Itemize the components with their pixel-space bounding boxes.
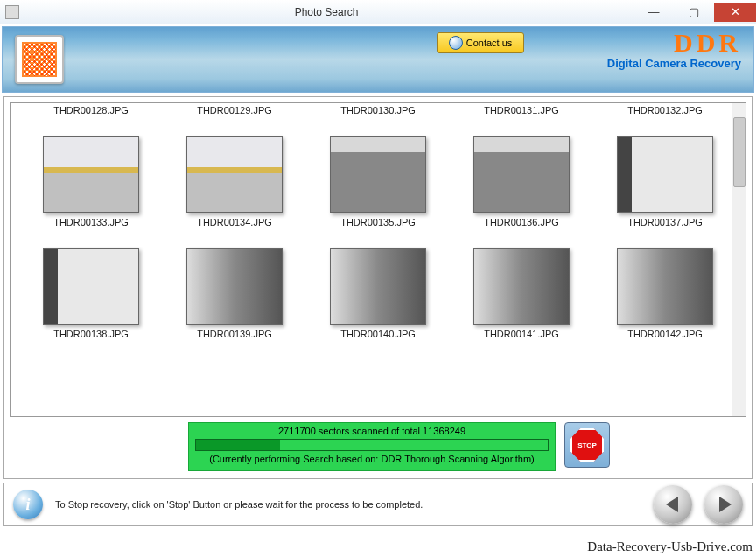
thumbnail-item[interactable]: THDR00140.JPG [306, 231, 450, 343]
minimize-button[interactable]: — [634, 3, 674, 22]
window-title: Photo Search [19, 6, 634, 18]
stop-icon: STOP [570, 428, 604, 462]
thumbnail-icon [43, 136, 139, 213]
brand-block: DDR Digital Camera Recovery [607, 31, 741, 70]
info-icon: i [13, 490, 43, 519]
thumb-label: THDR00128.JPG [19, 105, 163, 119]
contact-us-button[interactable]: Contact us [437, 32, 524, 53]
watermark: Data-Recovery-Usb-Drive.com [587, 539, 752, 554]
scrollbar[interactable] [732, 103, 746, 416]
brand-logo-text: DDR [607, 31, 741, 55]
thumbnail-item[interactable]: THDR00141.JPG [450, 231, 593, 343]
progress-algorithm-text: (Currently performing Search based on: D… [194, 454, 550, 464]
progress-sectors-text: 2711700 sectors scanned of total 1136824… [194, 426, 550, 436]
thumbnail-item[interactable]: THDR00136.JPG [450, 119, 593, 231]
thumb-label: THDR00140.JPG [306, 329, 450, 343]
thumb-label: THDR00141.JPG [450, 329, 593, 343]
app-icon [5, 5, 19, 19]
back-button[interactable] [654, 485, 692, 524]
thumbnail-icon [186, 136, 283, 213]
close-button[interactable]: ✕ [714, 3, 756, 22]
thumb-label: THDR00133.JPG [19, 217, 163, 231]
thumb-label: THDR00130.JPG [306, 105, 450, 119]
thumbnail-item[interactable]: THDR00142.JPG [593, 231, 737, 343]
thumb-label: THDR00139.JPG [163, 329, 306, 343]
progress-panel: 2711700 sectors scanned of total 1136824… [188, 422, 556, 471]
maximize-button[interactable]: ▢ [674, 3, 714, 22]
thumb-label: THDR00129.JPG [163, 105, 306, 119]
thumb-label: THDR00136.JPG [450, 217, 593, 231]
avatar-icon [449, 36, 463, 50]
thumb-label: THDR00132.JPG [593, 105, 737, 119]
arrow-left-icon [666, 497, 678, 512]
footer-hint: To Stop recovery, click on 'Stop' Button… [55, 499, 641, 510]
thumbnail-item[interactable]: THDR00138.JPG [19, 231, 163, 343]
thumbnail-item[interactable]: THDR00134.JPG [163, 119, 306, 231]
arrow-right-icon [719, 497, 732, 512]
scroll-thumb[interactable] [733, 117, 746, 187]
footer-bar: i To Stop recovery, click on 'Stop' Butt… [4, 483, 752, 526]
thumbnail-icon [186, 248, 283, 325]
thumbnail-icon [330, 136, 426, 213]
thumbnail-item[interactable]: THDR00135.JPG [306, 119, 450, 231]
thumbnail-icon [617, 136, 713, 213]
header-banner: Contact us DDR Digital Camera Recovery [2, 26, 754, 93]
thumbnail-item[interactable]: THDR00133.JPG [19, 119, 163, 231]
thumb-label: THDR00137.JPG [593, 217, 737, 231]
stop-button[interactable]: STOP [564, 422, 610, 468]
thumbnail-icon [617, 248, 713, 325]
thumb-label: THDR00131.JPG [450, 105, 593, 119]
thumbnail-item[interactable]: THDR00139.JPG [163, 231, 306, 343]
thumbnail-item[interactable]: THDR00137.JPG [593, 119, 737, 231]
thumbnail-icon [473, 248, 570, 325]
thumb-label: THDR00135.JPG [306, 217, 450, 231]
thumb-label: THDR00134.JPG [163, 217, 306, 231]
contact-us-label: Contact us [466, 38, 513, 48]
thumb-label: THDR00142.JPG [593, 329, 737, 343]
titlebar: Photo Search — ▢ ✕ [0, 0, 756, 24]
progress-fill [196, 440, 280, 450]
content-panel: THDR00128.JPG THDR00129.JPG THDR00130.JP… [4, 96, 752, 479]
thumbnail-icon [473, 136, 570, 213]
logo-icon [22, 42, 57, 77]
next-button[interactable] [704, 485, 743, 524]
thumbnail-icon [43, 248, 139, 325]
logo-box [15, 35, 64, 84]
thumbnails-pane: THDR00128.JPG THDR00129.JPG THDR00130.JP… [10, 102, 746, 417]
stop-label: STOP [578, 441, 597, 449]
progress-bar [195, 439, 549, 451]
brand-subtitle: Digital Camera Recovery [607, 57, 741, 70]
thumb-label: THDR00138.JPG [19, 329, 163, 343]
thumbnail-icon [330, 248, 426, 325]
